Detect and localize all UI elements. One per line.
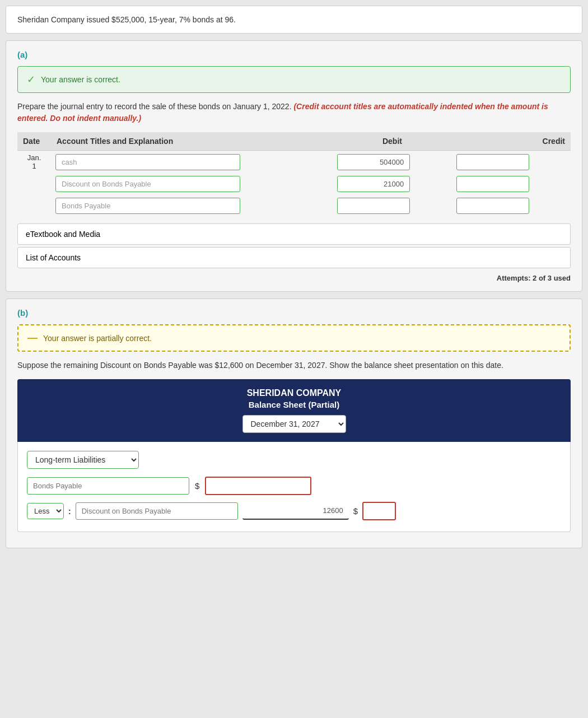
account-cell	[51, 151, 333, 174]
credit-cell	[452, 151, 571, 174]
account-input-discount[interactable]	[55, 176, 240, 192]
section-b-label: (b)	[17, 308, 571, 318]
sheet-title: Balance Sheet (Partial)	[29, 400, 559, 409]
section-a-label: (a)	[17, 50, 571, 59]
list-of-accounts-button[interactable]: List of Accounts	[17, 247, 571, 268]
debit-input-bonds[interactable]	[337, 198, 410, 214]
final-dollar-sign: $	[353, 506, 358, 516]
minus-icon: —	[27, 332, 38, 344]
account-input-bonds[interactable]	[55, 198, 240, 214]
section-b: (b) — Your answer is partially correct. …	[6, 299, 582, 548]
debit-input-cash[interactable]	[337, 154, 410, 170]
account-cell-2	[51, 173, 333, 195]
col-header-account: Account Titles and Explanation	[51, 132, 333, 151]
credit-cell-3	[452, 195, 571, 217]
discount-amount-input[interactable]	[242, 502, 349, 520]
liability-select[interactable]: Long-term Liabilities	[27, 451, 139, 469]
footer-buttons: eTextbook and Media List of Accounts	[17, 223, 571, 268]
balance-sheet-header: SHERIDAN COMPANY Balance Sheet (Partial)…	[17, 379, 571, 442]
col-header-date: Date	[17, 132, 51, 151]
account-input-cash[interactable]	[55, 154, 240, 170]
date-cell: Jan.1	[17, 151, 51, 174]
partial-text: Your answer is partially correct.	[43, 334, 152, 343]
section-a: (a) ✓ Your answer is correct. Prepare th…	[6, 40, 582, 292]
col-header-credit: Credit	[452, 132, 571, 151]
final-net-input[interactable]	[362, 502, 396, 520]
debit-input-discount[interactable]	[337, 176, 410, 192]
credit-input-discount[interactable]	[456, 176, 529, 192]
col-header-debit: Debit	[333, 132, 451, 151]
company-name: SHERIDAN COMPANY	[29, 388, 559, 398]
liability-select-wrapper: Long-term Liabilities	[27, 451, 561, 469]
instruction: Prepare the journal entry to record the …	[17, 101, 571, 124]
credit-input-bonds[interactable]	[456, 198, 529, 214]
section-b-instruction: Suppose the remaining Discount on Bonds …	[17, 360, 571, 371]
date-cell-empty-2	[17, 195, 51, 217]
balance-sheet-body: Long-term Liabilities $ Less : $	[17, 442, 571, 532]
bonds-payable-row: $	[27, 477, 561, 495]
table-row: Jan.1	[17, 151, 571, 174]
debit-cell-2	[333, 173, 451, 195]
account-cell-3	[51, 195, 333, 217]
correct-text: Your answer is correct.	[41, 75, 120, 84]
bs-bonds-amount-input[interactable]	[205, 477, 311, 495]
problem-statement: Sheridan Company issued $525,000, 15-yea…	[6, 6, 582, 34]
discount-account-input[interactable]	[76, 502, 238, 520]
bonds-dollar-sign: $	[195, 481, 199, 491]
problem-text: Sheridan Company issued $525,000, 15-yea…	[17, 15, 236, 24]
check-icon: ✓	[27, 73, 35, 86]
date-cell-empty	[17, 173, 51, 195]
less-select[interactable]: Less	[27, 503, 64, 519]
date-select-wrapper: December 31, 2027	[242, 415, 346, 433]
table-row	[17, 173, 571, 195]
debit-cell-3	[333, 195, 451, 217]
debit-cell	[333, 151, 451, 174]
correct-banner: ✓ Your answer is correct.	[17, 66, 571, 93]
table-row	[17, 195, 571, 217]
partial-banner: — Your answer is partially correct.	[17, 324, 571, 352]
credit-cell-2	[452, 173, 571, 195]
date-select[interactable]: December 31, 2027	[242, 415, 346, 433]
credit-input-cash[interactable]	[456, 154, 529, 170]
less-row: Less : $	[27, 502, 561, 520]
colon: :	[68, 507, 71, 516]
journal-table: Date Account Titles and Explanation Debi…	[17, 132, 571, 217]
instruction-plain: Prepare the journal entry to record the …	[17, 102, 292, 111]
etextbook-button[interactable]: eTextbook and Media	[17, 223, 571, 245]
bs-bonds-payable-input[interactable]	[27, 477, 189, 495]
attempts-text: Attempts: 2 of 3 used	[17, 274, 571, 282]
